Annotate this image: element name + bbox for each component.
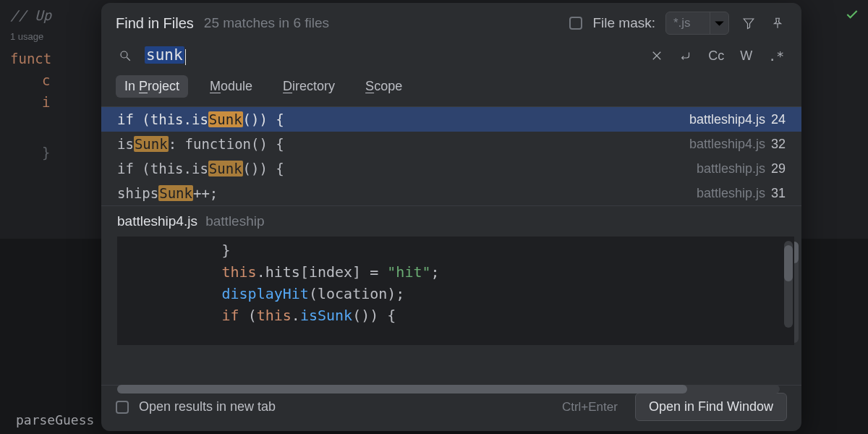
result-row[interactable]: if (this.isSunk()) { battleship4.js 24 xyxy=(101,107,801,132)
pin-icon[interactable] xyxy=(768,14,787,33)
file-mask-label: File mask: xyxy=(592,15,655,31)
scrollbar-thumb[interactable] xyxy=(117,385,687,393)
filter-icon[interactable] xyxy=(739,14,758,33)
match-highlight: Sunk xyxy=(158,185,193,201)
result-line: 29 xyxy=(771,161,786,176)
preview-header: battleship4.js battleship xyxy=(101,205,801,237)
result-row[interactable]: if (this.isSunk()) { battleship.js 29 xyxy=(101,156,801,181)
match-highlight: Sunk xyxy=(208,111,243,127)
svg-point-2 xyxy=(121,51,127,58)
bg-bottom-symbol: parseGuess xyxy=(16,409,94,431)
match-highlight: Sunk xyxy=(208,161,243,176)
result-line: 32 xyxy=(771,137,786,152)
svg-line-3 xyxy=(127,57,130,61)
chevron-down-icon[interactable] xyxy=(710,12,728,34)
preview-path: battleship xyxy=(205,213,264,229)
newline-toggle-icon[interactable] xyxy=(676,46,695,65)
result-file: battleship.js xyxy=(697,186,765,201)
inspection-ok-icon[interactable] xyxy=(845,7,859,25)
preview-scrollbar-horizontal[interactable] xyxy=(117,385,780,393)
find-in-files-dialog: Find in Files 25 matches in 6 files File… xyxy=(101,3,801,431)
regex-toggle[interactable]: .* xyxy=(765,47,787,65)
bg-line4: i xyxy=(42,94,50,110)
preview-scrollbar-vertical[interactable] xyxy=(784,241,793,328)
result-file: battleship.js xyxy=(697,161,765,176)
file-mask-combo[interactable]: *.js xyxy=(665,12,729,35)
result-line: 24 xyxy=(771,112,786,127)
search-row: sunk Cc W .* xyxy=(101,42,801,71)
text-cursor xyxy=(185,49,186,65)
match-highlight: Sunk xyxy=(134,136,169,152)
result-row[interactable]: shipsSunk++; battleship.js 31 xyxy=(101,181,801,205)
result-file: battleship4.js xyxy=(689,112,765,127)
result-row[interactable]: isSunk: function() { battleship4.js 32 xyxy=(101,132,801,156)
tab-scope[interactable]: Scope xyxy=(357,75,411,98)
result-file: battleship4.js xyxy=(689,137,765,152)
scrollbar-thumb[interactable] xyxy=(784,245,793,281)
clear-search-icon[interactable] xyxy=(647,46,666,65)
bg-line3: c xyxy=(42,72,50,88)
results-list: if (this.isSunk()) { battleship4.js 24 i… xyxy=(101,106,801,205)
tab-directory[interactable]: Directory xyxy=(274,75,344,98)
shortcut-hint: Ctrl+Enter xyxy=(562,400,618,414)
preview-pane[interactable]: } this.hits[index] = "hit"; displayHit(l… xyxy=(117,237,794,345)
preview-file: battleship4.js xyxy=(117,213,197,229)
search-input[interactable]: sunk xyxy=(145,46,186,65)
open-new-tab-checkbox[interactable] xyxy=(116,401,129,414)
bg-kw-function: funct xyxy=(10,51,51,67)
tab-in-project[interactable]: In Project xyxy=(116,75,188,98)
scope-tabs: In Project Module Directory Scope xyxy=(101,71,801,106)
svg-marker-0 xyxy=(744,19,754,29)
result-line: 31 xyxy=(771,186,786,201)
file-mask-checkbox[interactable] xyxy=(569,17,582,30)
search-icon[interactable] xyxy=(116,46,135,65)
dialog-title: Find in Files xyxy=(116,15,194,32)
dialog-titlebar: Find in Files 25 matches in 6 files File… xyxy=(101,3,801,42)
match-summary: 25 matches in 6 files xyxy=(204,15,329,31)
match-case-toggle[interactable]: Cc xyxy=(705,47,727,65)
file-mask-value: *.js xyxy=(666,16,710,30)
tab-module[interactable]: Module xyxy=(201,75,261,98)
open-new-tab-label: Open results in new tab xyxy=(139,399,276,414)
open-in-find-window-button[interactable]: Open in Find Window xyxy=(635,393,787,421)
whole-words-toggle[interactable]: W xyxy=(737,47,755,65)
